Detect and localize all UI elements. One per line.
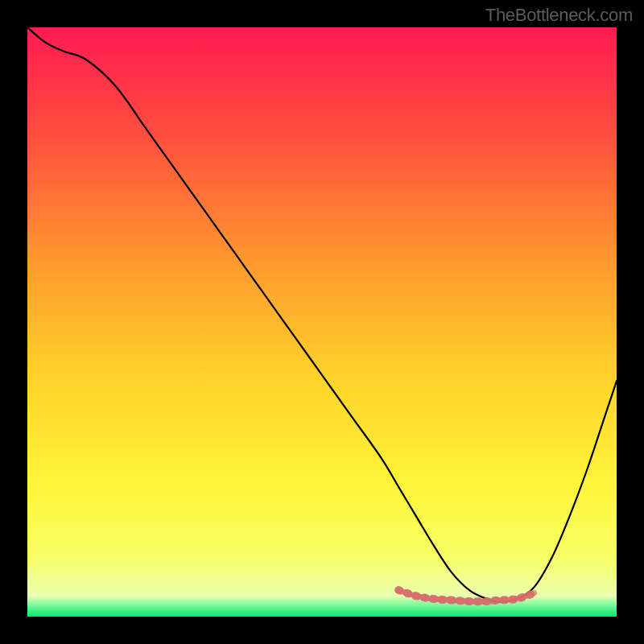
watermark-text: TheBottleneck.com: [485, 5, 633, 26]
plot-area: [27, 27, 617, 617]
chart-svg: [27, 27, 617, 617]
gradient-background: [27, 27, 617, 617]
chart-frame: TheBottleneck.com: [0, 0, 644, 644]
